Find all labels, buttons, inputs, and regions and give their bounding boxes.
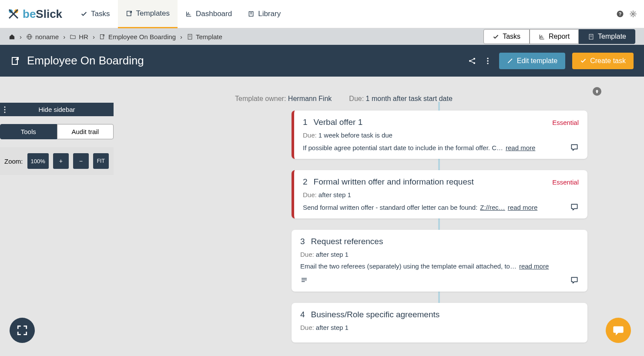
read-more-link[interactable]: read more (508, 204, 537, 211)
document-icon (588, 34, 594, 40)
template-due-label: Due: (349, 95, 364, 102)
check-icon (493, 34, 499, 40)
view-tab-report[interactable]: Report (530, 29, 579, 44)
svg-point-29 (4, 109, 6, 110)
tool-tab-audit[interactable]: Audit trail (57, 124, 114, 139)
breadcrumb-org-label: noname (35, 33, 59, 40)
gear-icon[interactable] (629, 10, 637, 18)
folder-icon (70, 34, 76, 40)
task-description: Send formal written offer - standard off… (303, 204, 477, 211)
nav-templates-label: Templates (136, 9, 170, 18)
comment-icon[interactable] (570, 276, 579, 285)
book-icon (248, 10, 255, 17)
tool-tab-tools[interactable]: Tools (0, 124, 57, 139)
fullscreen-icon (17, 325, 28, 336)
view-tab-report-label: Report (549, 33, 570, 40)
chevron-right-icon: › (180, 33, 182, 40)
breadcrumb: › noname › HR › Employee On Boarding › T… (9, 33, 222, 40)
chat-button[interactable] (606, 318, 631, 343)
nav-dashboard[interactable]: Dashboard (178, 0, 240, 28)
svg-point-28 (4, 106, 6, 107)
template-icon (126, 10, 133, 17)
svg-point-26 (487, 60, 488, 61)
task-number: 1 (303, 118, 308, 127)
chevron-right-icon: › (20, 33, 22, 40)
nav-tasks-label: Tasks (91, 10, 110, 18)
zoom-label: Zoom: (4, 158, 23, 165)
owner-label: Template owner: (235, 95, 286, 102)
chat-icon (612, 324, 624, 336)
nav-library[interactable]: Library (240, 0, 288, 28)
tool-tabs: Tools Audit trail (0, 124, 114, 139)
logo-slick: Slick (36, 7, 62, 21)
view-tab-template-label: Template (598, 33, 626, 40)
svg-point-25 (487, 57, 488, 59)
chevron-right-icon: › (93, 33, 95, 40)
more-icon[interactable] (483, 57, 492, 65)
breadcrumb-template[interactable]: Employee On Boarding (99, 33, 176, 40)
task-card[interactable]: 2 Formal written offer and information r… (292, 170, 587, 218)
create-task-label: Create task (590, 57, 626, 65)
read-more-link[interactable]: read more (519, 262, 549, 270)
task-card[interactable]: 4 Business/Role specific agreements Due:… (292, 303, 587, 343)
task-due-value: after step 1 (319, 191, 351, 198)
breadcrumb-bar: › noname › HR › Employee On Boarding › T… (0, 28, 644, 45)
task-description: Email the two referees (separately) usin… (300, 262, 517, 270)
edit-template-button[interactable]: Edit template (499, 53, 565, 69)
arrow-up-icon (594, 89, 600, 94)
scroll-up-button[interactable] (593, 87, 601, 96)
page-title-text: Employee On Boarding (27, 54, 144, 67)
comment-icon[interactable] (570, 143, 579, 152)
read-more-link[interactable]: read more (506, 144, 535, 151)
template-icon (99, 34, 106, 40)
svg-point-8 (632, 13, 634, 15)
home-icon[interactable] (9, 34, 15, 40)
view-tab-template[interactable]: Template (579, 29, 635, 44)
logo[interactable]: beSlick (7, 7, 62, 21)
svg-point-22 (473, 62, 475, 64)
chevron-right-icon: › (63, 33, 65, 40)
breadcrumb-org[interactable]: noname (26, 33, 59, 40)
task-due-value: after step 1 (316, 324, 349, 331)
template-metadata: Template owner: Hermann Fink Due: 1 mont… (122, 95, 635, 103)
zoom-in-button[interactable]: + (53, 153, 69, 169)
fullscreen-button[interactable] (10, 318, 35, 343)
task-title: Request references (311, 237, 579, 246)
view-tab-tasks[interactable]: Tasks (483, 29, 530, 44)
globe-icon (26, 34, 33, 40)
task-link[interactable]: Z://rec… (480, 204, 505, 211)
chart-icon (185, 10, 192, 17)
owner-value: Hermann Fink (288, 95, 332, 102)
task-due-value: after step 1 (316, 251, 349, 258)
zoom-out-button[interactable]: − (73, 153, 89, 169)
task-card[interactable]: 1 Verbal offer 1 Essential Due: 1 week b… (292, 111, 587, 159)
svg-text:?: ? (619, 11, 621, 17)
hide-sidebar-button[interactable]: Hide sidebar (0, 103, 114, 116)
nav-templates[interactable]: Templates (118, 0, 178, 28)
task-card[interactable]: 3 Request references Due: after step 1 E… (292, 230, 587, 292)
svg-line-24 (470, 61, 473, 62)
svg-point-21 (473, 57, 475, 59)
create-task-button[interactable]: Create task (572, 53, 634, 69)
zoom-fit-button[interactable]: FIT (93, 153, 109, 169)
breadcrumb-folder-label: HR (79, 33, 88, 40)
main-content: Template owner: Hermann Fink Due: 1 mont… (122, 95, 635, 354)
view-tabs: Tasks Report Template (483, 29, 635, 44)
edit-template-label: Edit template (517, 57, 557, 65)
logo-icon (7, 7, 20, 20)
task-number: 3 (300, 237, 305, 246)
nav-tasks[interactable]: Tasks (73, 0, 117, 28)
header-bar: Employee On Boarding Edit template Creat… (0, 45, 644, 77)
help-icon[interactable]: ? (616, 10, 624, 18)
logo-be: be (23, 7, 36, 21)
svg-point-30 (4, 111, 6, 113)
share-icon[interactable] (468, 57, 476, 65)
breadcrumb-folder[interactable]: HR (70, 33, 88, 40)
page-title: Employee On Boarding (10, 54, 144, 67)
task-due-value: 1 week before task is due (319, 131, 392, 139)
comment-icon[interactable] (570, 203, 579, 212)
zoom-percent-button[interactable]: 100% (27, 153, 49, 169)
svg-line-23 (470, 59, 473, 60)
text-icon[interactable] (300, 276, 308, 284)
svg-rect-12 (100, 34, 104, 39)
